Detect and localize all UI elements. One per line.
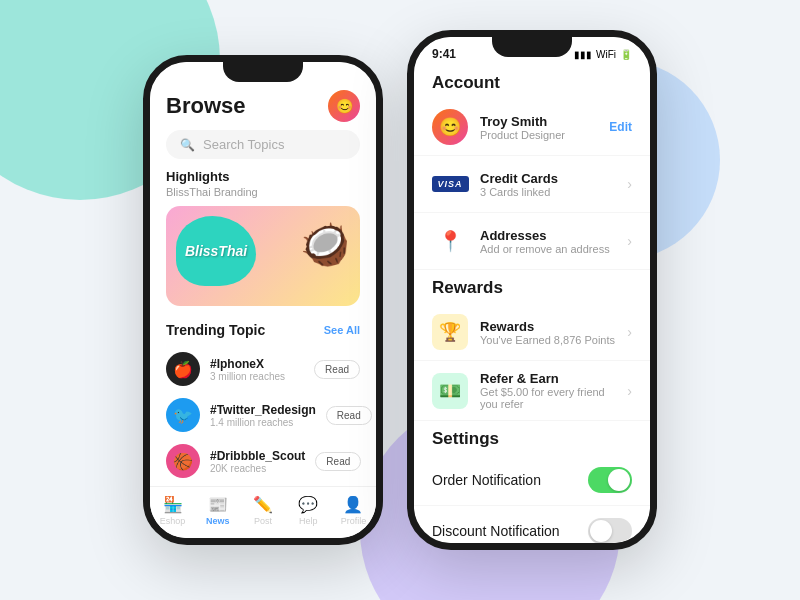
topic-item-twitter[interactable]: 🐦 #Twitter_Redesign 1.4 million reaches …: [150, 392, 376, 438]
discount-notification-toggle[interactable]: [588, 518, 632, 543]
nav-news-label: News: [206, 516, 230, 526]
profile-icon: 👤: [343, 495, 363, 514]
refer-sub: Get $5.00 for every friend you refer: [480, 386, 615, 410]
order-notification-row[interactable]: Order Notification: [414, 455, 650, 506]
user-info: Troy Smith Product Designer: [480, 114, 597, 141]
nav-profile-label: Profile: [341, 516, 367, 526]
highlight-inner: BlissThai 🥥: [166, 206, 360, 306]
refer-icon: 💵: [432, 373, 468, 409]
addresses-row[interactable]: 📍 Addresses Add or remove an address ›: [414, 213, 650, 270]
nav-post[interactable]: ✏️ Post: [240, 495, 285, 526]
visa-icon: VISA: [432, 166, 468, 202]
search-bar[interactable]: 🔍 Search Topics: [166, 130, 360, 159]
coconut-icon: 🥥: [300, 221, 350, 268]
topic-name-dribbble: #Dribbble_Scout: [210, 449, 305, 463]
phones-container: Browse 😊 🔍 Search Topics Highlights Blis…: [0, 0, 800, 600]
topic-reach-twitter: 1.4 million reaches: [210, 417, 316, 428]
pin-icon: 📍: [438, 229, 463, 253]
order-notification-label: Order Notification: [432, 472, 541, 488]
wifi-icon: WiFi: [596, 49, 616, 60]
bottom-nav: 🏪 Eshop 📰 News ✏️ Post 💬 Help 👤 Pr: [150, 486, 376, 538]
highlight-card[interactable]: BlissThai 🥥: [166, 206, 360, 306]
user-avatar[interactable]: 😊: [328, 90, 360, 122]
phone-account: 9:41 ▮▮▮ WiFi 🔋 Account 😊 Troy Smith Pro…: [407, 30, 657, 550]
rewards-label: Rewards: [480, 319, 615, 334]
refer-label: Refer & Earn: [480, 371, 615, 386]
topic-item-dribbble[interactable]: 🏀 #Dribbble_Scout 20K reaches Read: [150, 438, 376, 484]
topic-info-twitter: #Twitter_Redesign 1.4 million reaches: [210, 403, 316, 428]
nav-eshop[interactable]: 🏪 Eshop: [150, 495, 195, 526]
visa-badge: VISA: [432, 176, 469, 192]
addresses-sub: Add or remove an address: [480, 243, 615, 255]
topic-info-dribbble: #Dribbble_Scout 20K reaches: [210, 449, 305, 474]
see-all-link[interactable]: See All: [324, 324, 360, 336]
help-icon: 💬: [298, 495, 318, 514]
addresses-label: Addresses: [480, 228, 615, 243]
highlights-sub: BlissThai Branding: [150, 186, 376, 206]
account-title: Account: [414, 65, 650, 99]
chevron-rewards-icon: ›: [627, 324, 632, 340]
browse-title: Browse: [166, 93, 245, 119]
read-button-iphonex[interactable]: Read: [314, 360, 360, 379]
nav-help-label: Help: [299, 516, 318, 526]
topic-item-iphonex[interactable]: 🍎 #IphoneX 3 million reaches Read: [150, 346, 376, 392]
trophy-icon: 🏆: [432, 314, 468, 350]
apple-icon: 🍎: [166, 352, 200, 386]
news-icon: 📰: [208, 495, 228, 514]
phone2-notch: [492, 37, 572, 57]
refer-row[interactable]: 💵 Refer & Earn Get $5.00 for every frien…: [414, 361, 650, 421]
topic-info-iphonex: #IphoneX 3 million reaches: [210, 357, 304, 382]
user-avatar-row: 😊: [432, 109, 468, 145]
trending-title: Trending Topic: [166, 322, 265, 338]
rewards-info: Rewards You've Earned 8,876 Points: [480, 319, 615, 346]
read-button-dribbble[interactable]: Read: [315, 452, 361, 471]
twitter-icon: 🐦: [166, 398, 200, 432]
signal-icon: ▮▮▮: [574, 49, 592, 60]
battery-icon: 🔋: [620, 49, 632, 60]
status-time: 9:41: [432, 47, 456, 61]
phone-browse-content: Browse 😊 🔍 Search Topics Highlights Blis…: [150, 62, 376, 538]
settings-title: Settings: [414, 421, 650, 455]
eshop-icon: 🏪: [163, 495, 183, 514]
search-icon: 🔍: [180, 138, 195, 152]
search-placeholder: Search Topics: [203, 137, 284, 152]
nav-profile[interactable]: 👤 Profile: [331, 495, 376, 526]
discount-notification-label: Discount Notification: [432, 523, 560, 539]
user-row[interactable]: 😊 Troy Smith Product Designer Edit: [414, 99, 650, 156]
discount-notification-row[interactable]: Discount Notification: [414, 506, 650, 543]
read-button-twitter[interactable]: Read: [326, 406, 372, 425]
map-pin-icon: 📍: [432, 223, 468, 259]
toggle-thumb-order: [608, 469, 630, 491]
chevron-refer-icon: ›: [627, 383, 632, 399]
teal-blob: BlissThai: [176, 216, 256, 286]
refer-info: Refer & Earn Get $5.00 for every friend …: [480, 371, 615, 410]
user-role: Product Designer: [480, 129, 597, 141]
edit-button[interactable]: Edit: [609, 120, 632, 134]
post-icon: ✏️: [253, 495, 273, 514]
account-screen: 9:41 ▮▮▮ WiFi 🔋 Account 😊 Troy Smith Pro…: [414, 37, 650, 543]
nav-news[interactable]: 📰 News: [195, 495, 240, 526]
topic-reach-dribbble: 20K reaches: [210, 463, 305, 474]
credit-cards-info: Credit Cards 3 Cards linked: [480, 171, 615, 198]
addresses-info: Addresses Add or remove an address: [480, 228, 615, 255]
trending-header: Trending Topic See All: [150, 318, 376, 346]
credit-cards-label: Credit Cards: [480, 171, 615, 186]
toggle-thumb-discount: [590, 520, 612, 542]
nav-help[interactable]: 💬 Help: [286, 495, 331, 526]
chevron-credit-icon: ›: [627, 176, 632, 192]
highlights-label: Highlights: [150, 169, 376, 186]
user-name: Troy Smith: [480, 114, 597, 129]
rewards-sub: You've Earned 8,876 Points: [480, 334, 615, 346]
rewards-row[interactable]: 🏆 Rewards You've Earned 8,876 Points ›: [414, 304, 650, 361]
nav-post-label: Post: [254, 516, 272, 526]
dribbble-icon: 🏀: [166, 444, 200, 478]
chevron-addresses-icon: ›: [627, 233, 632, 249]
phone-browse: Browse 😊 🔍 Search Topics Highlights Blis…: [143, 55, 383, 545]
topic-name-iphonex: #IphoneX: [210, 357, 304, 371]
nav-eshop-label: Eshop: [160, 516, 186, 526]
credit-cards-sub: 3 Cards linked: [480, 186, 615, 198]
topic-name-twitter: #Twitter_Redesign: [210, 403, 316, 417]
status-icons: ▮▮▮ WiFi 🔋: [574, 49, 632, 60]
order-notification-toggle[interactable]: [588, 467, 632, 493]
credit-cards-row[interactable]: VISA Credit Cards 3 Cards linked ›: [414, 156, 650, 213]
